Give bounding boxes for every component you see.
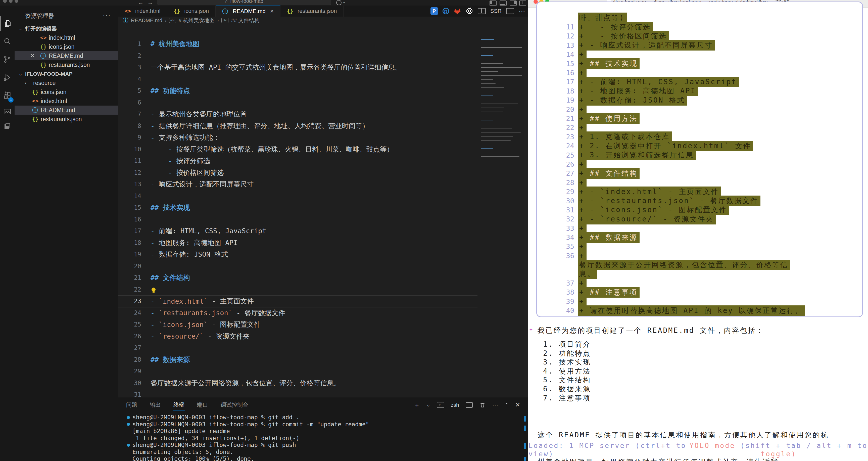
command-dot-icon <box>127 444 130 447</box>
toggle-panel-icon[interactable] <box>500 0 507 6</box>
assistant-list-item: 4. 使用方法 <box>543 367 591 376</box>
editor-line: 24- `restaurants.json` - 餐厅数据文件 <box>118 307 477 319</box>
more-actions-icon[interactable]: ⋯ <box>519 7 525 15</box>
panel-tab-terminal[interactable]: 终端 <box>173 399 185 410</box>
close-icon[interactable]: ✕ <box>14 53 40 59</box>
new-terminal-icon[interactable]: ＋ <box>414 401 420 409</box>
editor-line: 27 <box>118 342 477 354</box>
split-terminal-icon[interactable] <box>466 402 473 408</box>
open-editor-item[interactable]: {} restaurants.json <box>14 60 118 69</box>
swirl-extension-icon[interactable] <box>466 7 473 15</box>
section-open-editors[interactable]: ⌄ 打开的编辑器 <box>14 24 118 33</box>
yolo-status: YOLO mode (shift + tab / alt + m totoggl… <box>689 441 868 458</box>
editor-line: 16 <box>118 214 477 225</box>
minimap[interactable] <box>479 24 524 397</box>
editor-line: 18- 地图服务: 高德地图 API <box>118 237 477 249</box>
terminal-command-mark <box>524 416 526 422</box>
tab-readme-md[interactable]: ⓘ README.md × <box>216 5 280 17</box>
diff-line: 15+ ## 技术实现 <box>537 59 862 68</box>
dprint-icon[interactable]: D <box>442 8 449 14</box>
terminal-command-mark <box>524 443 526 449</box>
assistant-list-item: 5. 文件结构 <box>543 375 591 385</box>
account-icon[interactable] <box>336 0 342 5</box>
split-editor-icon[interactable] <box>506 8 514 14</box>
chevron-right-icon: › <box>14 81 32 86</box>
lightbulb-icon[interactable] <box>152 287 156 291</box>
git-branch-icon <box>3 55 11 64</box>
open-editor-item[interactable]: <> index.html <box>14 33 118 42</box>
terminal-output[interactable]: sheng@U-2M09LNQM-0003 iflow-food-map % g… <box>127 414 369 461</box>
tab-icons-json[interactable]: {} icons.json <box>167 5 216 17</box>
editor-scrollbar[interactable] <box>524 24 528 397</box>
markdown-editor[interactable]: 1# 杭州美食地图23一个基于高德地图 API 的交互式杭州美食地图，展示各类餐… <box>118 24 528 397</box>
sidebar-item-search[interactable] <box>0 34 14 49</box>
editor-line: 5## 功能特点 <box>118 85 477 97</box>
customize-layout-icon[interactable] <box>519 0 526 6</box>
nav-back-icon[interactable]: ← <box>138 0 144 6</box>
traffic-close-icon[interactable] <box>3 0 7 3</box>
traffic-minimize-icon[interactable] <box>9 0 12 3</box>
search-icon <box>3 37 11 45</box>
editor-line: 12- 按价格区间筛选 <box>118 167 477 179</box>
open-editor-item-selected[interactable]: ✕ ⓘ README.md <box>14 51 118 60</box>
sidebar-item-run-debug[interactable] <box>0 70 14 85</box>
panel-tab-problems[interactable]: 问题 <box>126 400 138 410</box>
traffic-zoom-icon[interactable] <box>14 0 18 3</box>
terminal-line: sheng@U-2M09LNQM-0003 iflow-food-map % g… <box>127 421 369 428</box>
html-file-icon: <> <box>32 98 40 104</box>
chevron-down-icon: ⌄ <box>19 26 25 31</box>
panel-tab-ports[interactable]: 端口 <box>196 400 209 410</box>
command-dot-icon <box>127 416 130 419</box>
mcp-status: Loaded: 1 MCP server (ctrl+t toview) <box>528 441 714 458</box>
tab-index-html[interactable]: <> index.html <box>118 5 167 17</box>
more-actions-icon[interactable]: ⋯ <box>492 401 498 408</box>
editor-line: 22 <box>118 284 477 296</box>
diff-line: 40+ 请在使用时替换高德地图 API 的 key 以确保正常运行。 <box>537 306 862 315</box>
toggle-sidebar-icon[interactable] <box>490 0 497 6</box>
diff-line: 27+ ## 文件结构 <box>537 169 862 178</box>
sidebar-item-extensions[interactable]: 1 <box>0 88 14 103</box>
command-center-search[interactable]: ⌕ iflow-food-map <box>157 0 331 5</box>
sidebar-item-source-control[interactable] <box>0 52 14 67</box>
screen: ← → ⌕ iflow-food-map ⌄ <box>0 0 868 461</box>
sidebar-item-media[interactable] <box>0 104 14 119</box>
sidebar-item-custom[interactable] <box>0 119 14 134</box>
symbol-string-icon: abc <box>221 18 228 23</box>
terminal-line: 1 file changed, 34 insertions(+), 1 dele… <box>127 435 369 442</box>
assistant-list: 1. 项目简介2. 功能特点3. 技术实现4. 使用方法5. 文件结构6. 数据… <box>543 340 591 402</box>
panel-tab-output[interactable]: 输出 <box>149 400 161 410</box>
file-row[interactable]: {} restaurants.json <box>14 115 118 124</box>
trash-icon[interactable] <box>479 402 486 408</box>
panel-tab-debug-console[interactable]: 调试控制台 <box>220 400 249 410</box>
close-panel-icon[interactable]: ✕ <box>515 401 520 408</box>
ssr-button[interactable]: SSR <box>490 8 502 14</box>
extensions-badge: 1 <box>8 97 13 102</box>
breadcrumb[interactable]: ⓘ README.md › abc # 杭州美食地图 › abc ## 文件结构 <box>118 17 528 24</box>
file-row[interactable]: {} icons.json <box>14 88 118 96</box>
section-project[interactable]: ⌄ IFLOW-FOOD-MAP <box>14 69 118 79</box>
toggle-secondary-sidebar-icon[interactable] <box>509 0 517 6</box>
terminal-line: Enumerating objects: 5, done. <box>127 449 369 456</box>
chevron-down-icon[interactable]: ⌄ <box>427 402 430 408</box>
editor-line: 26- `resource/` - 资源文件夹 <box>118 331 477 342</box>
close-icon[interactable]: × <box>270 8 274 15</box>
diff-line: 18+ - 地图服务: 高德地图 API <box>537 87 862 95</box>
file-row-selected[interactable]: ⓘ README.md <box>14 105 118 115</box>
sidebar-item-explorer[interactable] <box>0 16 14 31</box>
chevron-up-icon[interactable]: ⌃ <box>505 402 509 408</box>
open-preview-icon[interactable] <box>478 8 486 14</box>
prettier-icon[interactable]: P <box>431 7 438 15</box>
gitlab-icon[interactable] <box>454 7 461 15</box>
sidebar-more-icon[interactable]: ··· <box>103 11 111 19</box>
nav-forward-icon[interactable]: → <box>147 0 153 6</box>
file-row[interactable]: <> index.html <box>14 96 118 105</box>
editor-line: 8- 提供餐厅详细信息（推荐理由、评分、地址、人均消费、营业时间等） <box>118 120 477 132</box>
open-editor-item[interactable]: {} icons.json <box>14 42 118 51</box>
file-row-folder[interactable]: › resource <box>14 79 118 88</box>
tab-restaurants-json[interactable]: {} restaurants.json <box>280 5 344 17</box>
editor-line: 19- 数据存储: JSON 格式 <box>118 249 477 260</box>
diff-line: 17+ - 前端: HTML, CSS, JavaScript <box>537 78 862 87</box>
editor-line: 28## 数据来源 <box>118 354 477 366</box>
editor-line: 3一个基于高德地图 API 的交互式杭州美食地图，展示各类餐厅的位置和详细信息。 <box>118 62 477 73</box>
diff-line: 37+ <box>537 278 862 287</box>
